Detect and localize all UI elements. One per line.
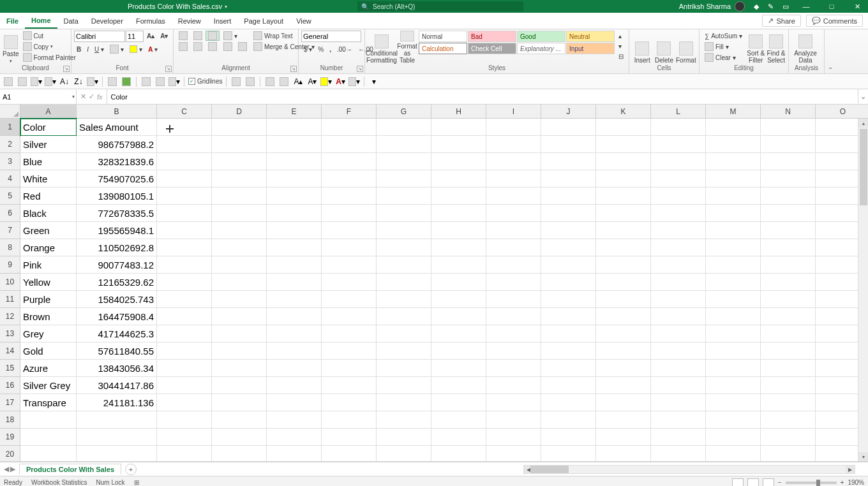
cell-I4[interactable] bbox=[486, 170, 541, 188]
cell-F1[interactable] bbox=[322, 119, 377, 136]
cell-M5[interactable] bbox=[706, 188, 761, 205]
cell-D14[interactable] bbox=[212, 342, 267, 360]
cell-N11[interactable] bbox=[761, 291, 816, 308]
diamond-icon[interactable]: ◆ bbox=[754, 3, 759, 11]
number-launcher[interactable]: ↘ bbox=[357, 66, 363, 72]
cell-H7[interactable] bbox=[431, 222, 486, 239]
cell-J10[interactable] bbox=[541, 274, 596, 291]
clipboard-launcher[interactable]: ↘ bbox=[63, 66, 70, 72]
cell-M8[interactable] bbox=[706, 239, 761, 256]
cell-I15[interactable] bbox=[486, 360, 541, 377]
cell-M11[interactable] bbox=[706, 291, 761, 308]
cell-N16[interactable] bbox=[761, 377, 816, 394]
qat-decrease-font[interactable]: A▾ bbox=[306, 76, 318, 87]
cell-L5[interactable] bbox=[651, 188, 706, 205]
user-account[interactable]: Antriksh Sharma bbox=[679, 1, 745, 11]
cell-L15[interactable] bbox=[651, 360, 706, 377]
cell-H9[interactable] bbox=[431, 256, 486, 274]
view-page-layout-button[interactable] bbox=[747, 478, 759, 487]
cell-M6[interactable] bbox=[706, 205, 761, 222]
menu-tab-developer[interactable]: Developer bbox=[85, 13, 130, 29]
cell-A11[interactable]: Purple bbox=[20, 291, 77, 308]
column-header-B[interactable]: B bbox=[77, 105, 157, 119]
cell-N7[interactable] bbox=[761, 222, 816, 239]
decrease-font-button[interactable]: A▾ bbox=[158, 31, 170, 41]
increase-font-button[interactable]: A▴ bbox=[144, 31, 157, 41]
row-header-1[interactable]: 1 bbox=[0, 119, 20, 136]
menu-tab-data[interactable]: Data bbox=[57, 13, 85, 29]
cell-A2[interactable]: Silver bbox=[20, 136, 77, 153]
cell-D15[interactable] bbox=[212, 360, 267, 377]
cell-J19[interactable] bbox=[541, 429, 596, 446]
cell-N10[interactable] bbox=[761, 274, 816, 291]
cell-E11[interactable] bbox=[267, 291, 322, 308]
cell-D17[interactable] bbox=[212, 394, 267, 411]
cell-L9[interactable] bbox=[651, 256, 706, 274]
cell-A10[interactable]: Yellow bbox=[20, 274, 77, 291]
cell-G8[interactable] bbox=[377, 239, 431, 256]
cell-A13[interactable]: Grey bbox=[20, 325, 77, 342]
cell-J12[interactable] bbox=[541, 308, 596, 325]
name-box[interactable]: A1 ▾ bbox=[0, 90, 77, 104]
align-right-button[interactable] bbox=[206, 41, 220, 52]
column-header-M[interactable]: M bbox=[706, 105, 761, 119]
cell-H14[interactable] bbox=[431, 342, 486, 360]
cell-L10[interactable] bbox=[651, 274, 706, 291]
cell-D16[interactable] bbox=[212, 377, 267, 394]
cell-E1[interactable] bbox=[267, 119, 322, 136]
cell-C10[interactable] bbox=[157, 274, 212, 291]
qat-btn-15[interactable] bbox=[264, 76, 276, 87]
cell-L18[interactable] bbox=[651, 411, 706, 429]
cell-E5[interactable] bbox=[267, 188, 322, 205]
row-header-2[interactable]: 2 bbox=[0, 136, 20, 153]
qat-btn-3[interactable]: ▾ bbox=[31, 76, 42, 87]
cell-C15[interactable] bbox=[157, 360, 212, 377]
cell-C3[interactable] bbox=[157, 153, 212, 170]
row-header-17[interactable]: 17 bbox=[0, 394, 20, 411]
increase-indent-button[interactable] bbox=[236, 41, 250, 52]
scroll-down-icon[interactable]: ▾ bbox=[858, 452, 868, 461]
cell-E8[interactable] bbox=[267, 239, 322, 256]
delete-cells-button[interactable]: Delete bbox=[654, 31, 674, 64]
style-explanatory[interactable]: Explanatory ... bbox=[517, 43, 565, 54]
cell-K11[interactable] bbox=[596, 291, 651, 308]
cell-I13[interactable] bbox=[486, 325, 541, 342]
format-cells-button[interactable]: Format bbox=[676, 31, 696, 64]
cell-F6[interactable] bbox=[322, 205, 377, 222]
cell-B20[interactable] bbox=[77, 446, 157, 462]
cell-C7[interactable] bbox=[157, 222, 212, 239]
cell-K17[interactable] bbox=[596, 394, 651, 411]
cell-G13[interactable] bbox=[377, 325, 431, 342]
cell-D20[interactable] bbox=[212, 446, 267, 462]
worksheet-grid[interactable]: ABCDEFGHIJKLMNO 123456789101112131415161… bbox=[0, 105, 868, 462]
qat-btn-7[interactable]: ▾ bbox=[87, 76, 98, 87]
cell-N19[interactable] bbox=[761, 429, 816, 446]
cell-I1[interactable] bbox=[486, 119, 541, 136]
cell-I18[interactable] bbox=[486, 411, 541, 429]
row-header-18[interactable]: 18 bbox=[0, 411, 20, 429]
cell-A5[interactable]: Red bbox=[20, 188, 77, 205]
cell-N12[interactable] bbox=[761, 308, 816, 325]
row-header-4[interactable]: 4 bbox=[0, 170, 20, 188]
cell-L14[interactable] bbox=[651, 342, 706, 360]
analyze-data-button[interactable]: Analyze Data bbox=[791, 31, 819, 64]
font-size-input[interactable] bbox=[126, 31, 144, 42]
cell-H18[interactable] bbox=[431, 411, 486, 429]
alignment-launcher[interactable]: ↘ bbox=[290, 66, 297, 72]
cell-K1[interactable] bbox=[596, 119, 651, 136]
cell-F12[interactable] bbox=[322, 308, 377, 325]
cell-K19[interactable] bbox=[596, 429, 651, 446]
row-header-6[interactable]: 6 bbox=[0, 205, 20, 222]
cell-N14[interactable] bbox=[761, 342, 816, 360]
cell-M2[interactable] bbox=[706, 136, 761, 153]
cell-G1[interactable] bbox=[377, 119, 431, 136]
cell-A1[interactable]: Color bbox=[20, 119, 77, 136]
row-header-13[interactable]: 13 bbox=[0, 325, 20, 342]
cell-F8[interactable] bbox=[322, 239, 377, 256]
orientation-button[interactable]: ▾ bbox=[221, 31, 250, 41]
align-center-button[interactable] bbox=[191, 41, 205, 52]
cell-G4[interactable] bbox=[377, 170, 431, 188]
cell-H3[interactable] bbox=[431, 153, 486, 170]
cell-G17[interactable] bbox=[377, 394, 431, 411]
align-left-button[interactable] bbox=[176, 41, 190, 52]
